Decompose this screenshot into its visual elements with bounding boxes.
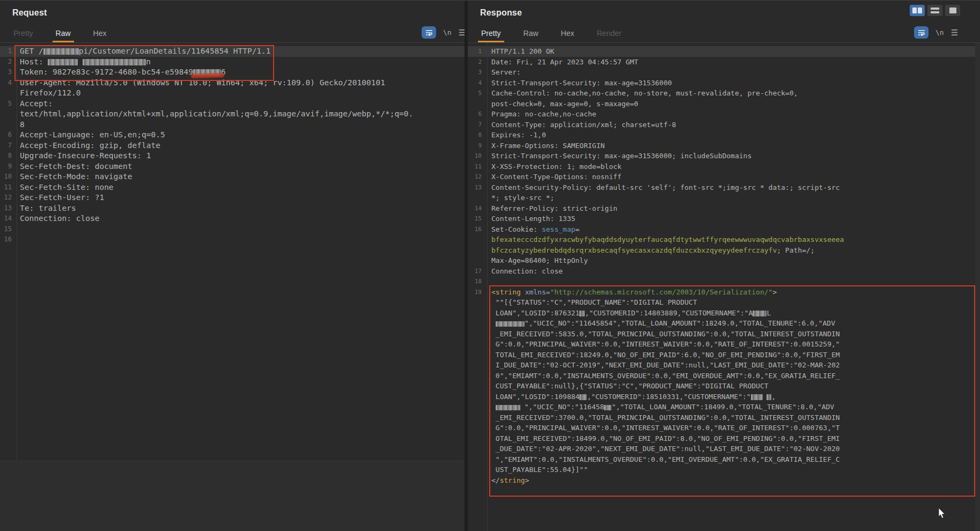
code-row: 4Strict-Transport-Security: max-age=3153…	[468, 78, 980, 88]
line-number	[468, 308, 487, 319]
line-number: 12	[0, 193, 17, 203]
tab-response-hex[interactable]: Hex	[560, 29, 576, 42]
request-panel-header: Request PrettyRawHex \n ☰	[0, 1, 465, 43]
newline-toggle[interactable]: \n	[935, 28, 944, 36]
tab-request-pretty[interactable]: Pretty	[12, 29, 34, 42]
code-row: 8Upgrade-Insecure-Requests: 1	[0, 151, 465, 161]
code-text: Firefox/112.0	[17, 88, 81, 99]
code-text	[17, 224, 20, 235]
code-text: LOAN","LOSID":876321,"CUSTOMERID":148038…	[487, 308, 771, 319]
code-row: 17Connection: close	[468, 266, 980, 277]
code-row: *; style-src *;	[468, 193, 980, 203]
code-row: 13Content-Security-Policy: default-src '…	[468, 182, 980, 193]
code-text: Upgrade-Insecure-Requests: 1	[17, 151, 151, 161]
code-text: _EMI_RECEIVED":3700.0,"TOTAL_PRINCIPAL_O…	[487, 412, 840, 423]
hamburger-menu-icon[interactable]: ☰	[951, 28, 958, 36]
line-number: 10	[468, 151, 487, 161]
tab-request-raw[interactable]: Raw	[55, 29, 72, 42]
code-text: Accept-Language: en-US,en;q=0.5	[17, 130, 165, 141]
code-text: _DUE_DATE":"02-APR-2020","NEXT_EMI_DUE_D…	[487, 444, 840, 454]
code-row: G":0.0,"PRINCIPAL_WAIVER":0.0,"INTEREST_…	[468, 423, 980, 433]
tab-response-pretty[interactable]: Pretty	[480, 29, 502, 42]
redacted-text	[579, 394, 587, 400]
code-text: Sec-Fetch-User: ?1	[17, 193, 104, 203]
line-number: 15	[0, 224, 17, 235]
code-text	[17, 234, 20, 245]
code-row: 6Pragma: no-cache,no-cache	[468, 109, 980, 120]
redacted-text	[604, 405, 611, 410]
line-number	[468, 392, 487, 402]
code-row: 3Token: 9827e83c-9172-4680-bc54-e598496	[0, 67, 465, 78]
code-row: 9Sec-Fetch-Dest: document	[0, 161, 465, 172]
newline-toggle[interactable]: \n	[443, 28, 452, 36]
request-toolbar: \n ☰	[422, 26, 466, 39]
line-number: 10	[0, 172, 17, 182]
code-text: 0","EMIAMT":0.0,"INSTALMENTS_OVERDUE":0.…	[487, 371, 840, 381]
code-text: text/html,application/xhtml+xml,applicat…	[17, 109, 413, 120]
line-number	[468, 318, 487, 329]
redacted-text	[48, 59, 78, 65]
tab-request-hex[interactable]: Hex	[92, 29, 108, 42]
line-number: 2	[468, 57, 487, 68]
code-text: G":0.0,"PRINCIPAL_WAIVER":0.0,"INTEREST_…	[487, 423, 840, 433]
redacted-text	[753, 311, 767, 316]
code-text: Host: n	[17, 57, 151, 68]
word-wrap-button[interactable]	[422, 26, 436, 39]
code-row: 12Sec-Fetch-User: ?1	[0, 193, 465, 203]
line-number: 9	[0, 161, 17, 172]
word-wrap-button[interactable]	[914, 26, 929, 39]
code-row: CUST_PAYABLE":null},{"STATUS":"C","PRODU…	[468, 381, 980, 392]
code-row: 7Content-Type: application/xml; charset=…	[468, 120, 980, 130]
line-number	[468, 444, 487, 454]
code-row: text/html,application/xhtml+xml,applicat…	[0, 109, 465, 120]
tab-response-raw[interactable]: Raw	[522, 29, 540, 42]
line-number	[468, 234, 487, 245]
code-text: Token: 9827e83c-9172-4680-bc54-e598496	[17, 67, 226, 78]
line-number: 4	[468, 78, 487, 88]
response-panel-header: Response PrettyRawHexRender \n ☰	[468, 1, 980, 43]
code-text: Content-Type: application/xml; charset=u…	[487, 120, 676, 130]
tab-response-render[interactable]: Render	[596, 29, 623, 42]
line-number	[468, 99, 487, 109]
response-toolbar: \n ☰	[914, 26, 958, 39]
code-row: 5Cache-Control: no-cache,no-cache, no-st…	[468, 88, 980, 99]
code-row: 16	[0, 234, 465, 245]
response-scrollbar[interactable]	[975, 43, 980, 531]
code-row: 9X-Frame-Options: SAMEORIGIN	[468, 141, 980, 151]
response-tabs: PrettyRawHexRender	[480, 29, 622, 42]
code-row: 15	[0, 224, 465, 235]
code-text: <string xmlns="http://schemas.microsoft.…	[487, 287, 777, 298]
split-rows-button[interactable]	[927, 5, 942, 16]
code-row: post-check=0, max-age=0, s-maxage=0	[468, 99, 980, 109]
code-text: X-Frame-Options: SAMEORIGIN	[487, 141, 605, 151]
request-panel-footer	[0, 461, 465, 531]
line-number	[468, 454, 487, 465]
code-text: User-Agent: Mozilla/5.0 (Windows NT 10.0…	[17, 78, 385, 88]
line-number	[468, 339, 487, 350]
code-text: Accept:	[17, 99, 53, 109]
code-row: 18	[468, 276, 980, 287]
code-row: 5Accept:	[0, 99, 465, 109]
code-row: 11X-XSS-Protection: 1; mode=block	[468, 161, 980, 172]
response-editor[interactable]: 1HTTP/1.1 200 OK2Date: Fri, 21 Apr 2023 …	[468, 43, 980, 531]
code-row: 15Content-Length: 1335	[468, 213, 980, 224]
line-number	[468, 297, 487, 308]
code-row: bfexatecccdzdfyxracwbyfybaqddsdyuyterfau…	[468, 234, 980, 245]
line-number: 7	[0, 141, 17, 151]
line-number	[468, 402, 487, 412]
code-text: bfexatecccdzdfyxracwbyfybaqddsdyuyterfau…	[487, 234, 844, 245]
line-number: 4	[0, 78, 17, 88]
line-number	[468, 433, 487, 444]
split-columns-button[interactable]	[910, 5, 925, 16]
code-row: LOAN","LOSID":876321,"CUSTOMERID":148038…	[468, 308, 980, 319]
line-number: 13	[0, 203, 17, 214]
line-number	[468, 475, 487, 486]
code-row: UST_PAYABLE":55.04}]""	[468, 464, 980, 475]
code-row: 12X-Content-Type-Options: nosniff	[468, 172, 980, 182]
line-number	[468, 245, 487, 256]
request-editor[interactable]: 1GET /pi/Customer/LoanDetails/11645854 H…	[0, 43, 465, 531]
code-row: 10Strict-Transport-Security: max-age=315…	[468, 151, 980, 161]
single-pane-button[interactable]	[945, 5, 960, 16]
redacted-text	[767, 394, 771, 400]
code-row: 2Host: n	[0, 57, 465, 68]
